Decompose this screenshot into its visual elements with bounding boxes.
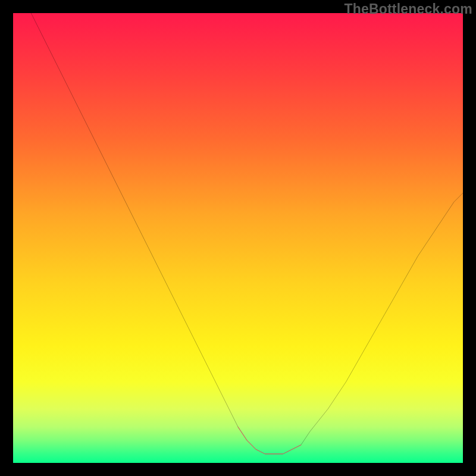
bottleneck-curve [31, 13, 463, 454]
chart-frame: TheBottleneck.com [0, 0, 476, 476]
curve-layer [13, 13, 463, 463]
bottleneck-curve-highlight [238, 427, 301, 454]
